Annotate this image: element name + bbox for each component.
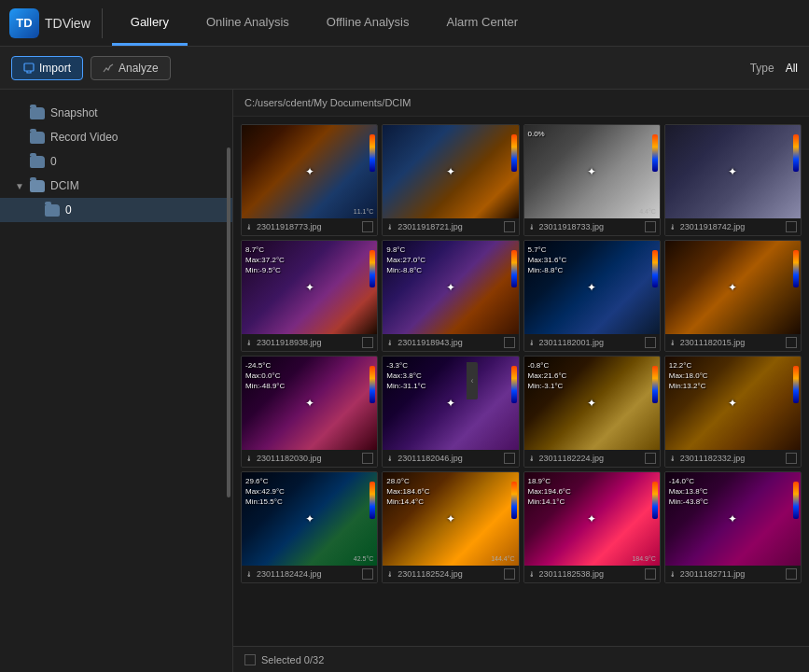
gallery-footer-14: 🌡23011182538.jpg [524,566,660,582]
overlay-temp-11: 12.2°C Max:18.0°C Min:13.2°C [669,360,708,392]
image-checkbox-4[interactable] [362,337,373,348]
thumbnail-23011182524-jpg: 28.0°C Max:184.6°C Min:14.4°C✦144.4°C [383,472,518,566]
type-value: All [786,62,798,75]
image-checkbox-5[interactable] [504,337,515,348]
filename-12: 23011182424.jpg [257,569,358,579]
sidebar-item-dcim[interactable]: ▼ DCIM [0,174,232,198]
thermometer-icon-5: 🌡 [386,339,394,347]
scale-bar-3 [793,134,799,172]
tab-gallery[interactable]: Gallery [112,0,188,46]
overlay-temp-12: 29.6°C Max:42.9°C Min:15.5°C [245,476,285,508]
gallery-item-23011182015-jpg[interactable]: ✦🌡23011182015.jpg [664,240,802,352]
bottom-val-14: 184.9°C [632,555,655,562]
gallery-item-23011918733-jpg[interactable]: 0.0%✦4.4°C🌡23011918733.jpg [523,124,661,236]
gallery-footer-5: 🌡23011918943.jpg [383,334,518,351]
gallery-footer-6: 🌡23011182001.jpg [524,334,660,351]
gallery-item-23011182030-jpg[interactable]: -24.5°C Max:0.0°C Min:-48.9°C✦🌡230111820… [241,356,378,468]
gallery-item-23011182001-jpg[interactable]: 5.7°C Max:31.6°C Min:-8.8°C✦🌡23011182001… [523,240,661,352]
image-checkbox-3[interactable] [786,221,797,232]
gallery-footer-0: 🌡23011918773.jpg [242,218,377,235]
image-checkbox-0[interactable] [362,221,373,232]
image-checkbox-14[interactable] [645,568,656,580]
gallery-footer-12: 🌡23011182424.jpg [242,566,377,582]
gallery-item-23011182524-jpg[interactable]: 28.0°C Max:184.6°C Min:14.4°C✦144.4°C🌡23… [382,471,519,583]
folder-icon-0-root [30,156,45,168]
gallery-item-23011918938-jpg[interactable]: 8.7°C Max:37.2°C Min:-9.5°C✦🌡23011918938… [241,240,378,352]
expand-icon-dcim: ▼ [15,181,24,191]
thermometer-icon-9: 🌡 [386,455,394,463]
import-button[interactable]: Import [11,56,83,80]
gallery-item-23011182538-jpg[interactable]: 18.9°C Max:194.6°C Min:14.1°C✦184.9°C🌡23… [523,471,661,583]
sidebar-item-record-video[interactable]: Record Video [0,125,232,149]
filename-9: 23011182046.jpg [398,454,499,463]
image-checkbox-12[interactable] [362,568,373,580]
scale-bar-2 [652,134,658,172]
thumbnail-23011182001-jpg: 5.7°C Max:31.6°C Min:-8.8°C✦ [524,241,660,334]
thumbnail-23011182224-jpg: -0.8°C Max:21.6°C Min:-3.1°C✦ [524,357,660,450]
scale-bar-8 [370,366,375,403]
crosshair-8: ✦ [305,397,314,410]
image-checkbox-8[interactable] [362,453,373,464]
image-checkbox-10[interactable] [645,453,656,464]
scale-bar-9 [511,366,517,403]
tab-online-analysis[interactable]: Online Analysis [188,0,308,46]
crosshair-12: ✦ [305,512,314,525]
tab-offline-analysis[interactable]: Offline Analysis [308,0,428,46]
overlay-temp-6: 5.7°C Max:31.6°C Min:-8.8°C [528,245,567,276]
thermometer-icon-2: 🌡 [528,223,536,231]
image-checkbox-9[interactable] [504,453,515,464]
scale-bar-12 [370,482,375,519]
filename-3: 23011918742.jpg [680,222,782,231]
gallery-item-23011918721-jpg[interactable]: ✦🌡23011918721.jpg [382,124,519,236]
image-checkbox-11[interactable] [786,453,797,464]
app-logo: TD [9,8,39,38]
crosshair-3: ✦ [728,165,737,178]
scroll-left-button[interactable]: ‹ [467,362,478,399]
thermometer-icon-15: 🌡 [669,570,676,579]
status-text: Selected 0/32 [261,654,324,665]
gallery-item-23011182046-jpg[interactable]: -3.3°C Max:3.8°C Min:-31.1°C✦🌡2301118204… [382,356,519,468]
gallery-item-23011182224-jpg[interactable]: -0.8°C Max:21.6°C Min:-3.1°C✦🌡2301118222… [523,356,661,468]
sidebar-item-snapshot[interactable]: Snapshot [0,101,232,125]
thumbnail-23011182046-jpg: -3.3°C Max:3.8°C Min:-31.1°C✦ [383,357,518,450]
filename-2: 23011918733.jpg [539,222,641,231]
overlay-temp-2: 0.0% [528,129,545,139]
scale-bar-6 [652,250,658,287]
gallery-footer-2: 🌡23011918733.jpg [524,218,660,235]
thermometer-icon-11: 🌡 [669,455,676,463]
crosshair-14: ✦ [587,512,596,525]
image-checkbox-13[interactable] [504,568,515,580]
image-checkbox-1[interactable] [504,221,515,232]
thumbnail-23011918943-jpg: 9.8°C Max:27.0°C Min:-8.8°C✦ [383,241,518,334]
image-checkbox-6[interactable] [645,337,656,348]
image-checkbox-7[interactable] [786,337,797,348]
overlay-temp-8: -24.5°C Max:0.0°C Min:-48.9°C [245,360,285,392]
gallery-item-23011918943-jpg[interactable]: 9.8°C Max:27.0°C Min:-8.8°C✦🌡23011918943… [382,240,519,352]
gallery-footer-4: 🌡23011918938.jpg [242,334,377,351]
gallery-item-23011182424-jpg[interactable]: 29.6°C Max:42.9°C Min:15.5°C✦42.5°C🌡2301… [241,471,378,583]
header: TD TDView Gallery Online Analysis Offlin… [0,0,809,47]
gallery-item-23011918742-jpg[interactable]: ✦🌡23011918742.jpg [664,124,802,236]
sidebar-item-0-root[interactable]: 0 [0,149,232,174]
tab-alarm-center[interactable]: Alarm Center [427,0,537,46]
select-all-checkbox[interactable] [244,654,256,665]
filename-4: 23011918938.jpg [257,338,358,347]
sidebar-item-0-child[interactable]: 0 [0,198,232,222]
analyze-button[interactable]: Analyze [91,56,171,80]
gallery-footer-8: 🌡23011182030.jpg [242,450,377,467]
crosshair-9: ✦ [446,397,455,410]
bottom-val-2: 4.4°C [639,208,656,215]
gallery-item-23011182332-jpg[interactable]: 12.2°C Max:18.0°C Min:13.2°C✦🌡2301118233… [664,356,802,468]
gallery-item-23011182711-jpg[interactable]: -14.0°C Max:13.8°C Min:-43.8°C✦🌡23011182… [664,471,802,583]
thumbnail-23011182332-jpg: 12.2°C Max:18.0°C Min:13.2°C✦ [665,357,801,450]
gallery-footer-1: 🌡23011918721.jpg [383,218,518,235]
thumbnail-23011182030-jpg: -24.5°C Max:0.0°C Min:-48.9°C✦ [242,357,377,450]
image-checkbox-2[interactable] [645,221,656,232]
image-checkbox-15[interactable] [786,568,797,580]
filename-6: 23011182001.jpg [539,338,641,347]
overlay-temp-5: 9.8°C Max:27.0°C Min:-8.8°C [386,245,425,276]
sidebar-scrollbar[interactable] [227,147,230,497]
gallery-item-23011918773-jpg[interactable]: ✦11.1°C🌡23011918773.jpg [241,124,378,236]
type-label: Type [750,62,774,75]
crosshair-5: ✦ [446,281,455,294]
